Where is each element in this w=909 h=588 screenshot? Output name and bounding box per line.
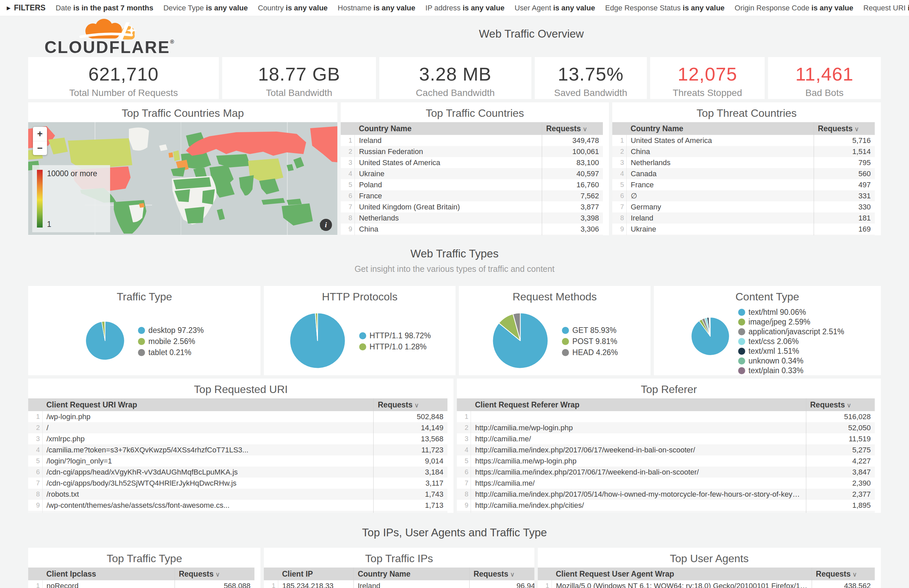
table-cell [471, 411, 806, 422]
filter-chip[interactable]: Edge Response Status is any value [605, 4, 725, 13]
table-row[interactable]: 6/cdn-cgi/apps/head/xVgyKhR-vV3dAUGhMqfB… [28, 467, 447, 478]
table-row[interactable]: 1United States of America5,716 [612, 135, 875, 146]
world-map[interactable]: + − 10000 or more 1 i [28, 122, 337, 235]
row-number: 9 [341, 223, 355, 234]
table-cell: Netherlands [355, 212, 542, 223]
table-row[interactable]: 10Singapore152 [612, 234, 875, 235]
table-row[interactable]: 8Netherlands3,398 [341, 212, 603, 223]
table-cell: France [626, 179, 814, 190]
table-row[interactable]: 8/robots.txt1,743 [28, 489, 447, 500]
filter-chip[interactable]: Origin Response Code is any value [735, 4, 853, 13]
table-cell: http://camilia.me/wp-login.php [471, 422, 806, 433]
table-row[interactable]: 1516,028 [457, 411, 875, 422]
filter-chip[interactable]: Hostname is any value [338, 4, 415, 13]
table-row[interactable]: 7United Kingdom (Great Britain)3,877 [341, 201, 603, 212]
table-row[interactable]: 10Canada3,215 [341, 234, 603, 235]
table-row[interactable]: 2/14,149 [28, 422, 447, 433]
table-row[interactable]: 10/wp-content/themes/ashe/style.css?ver=… [28, 511, 447, 513]
table-cell: 3,877 [542, 201, 603, 212]
table-row[interactable]: 3Netherlands795 [612, 157, 875, 168]
cloudflare-cloud-icon [71, 19, 149, 40]
table-row[interactable]: 3http://camilia.me/11,519 [457, 433, 875, 444]
table-row[interactable]: 9http://camilia.me/index.php/cities/1,89… [457, 500, 875, 511]
map-legend: 10000 or more 1 [32, 165, 110, 232]
table-row[interactable]: 5https://camilia.me/wp-login.php4,227 [457, 456, 875, 467]
panel-http-protocols: HTTP Protocols HTTP/1.1 98.72% HTTP/1.0 … [264, 286, 455, 375]
row-number: 1 [612, 135, 626, 146]
legend-label: HEAD 4.26% [572, 348, 618, 357]
row-number: 9 [28, 500, 42, 511]
table-row[interactable]: 9Ukraine169 [612, 223, 875, 234]
table-row[interactable]: 1noRecord568,088 [28, 580, 254, 588]
table-row[interactable]: 9/wp-content/themes/ashe/assets/css/font… [28, 500, 447, 511]
column-header[interactable]: Requests [174, 567, 254, 580]
filter-chip[interactable]: Date is in the past 7 months [56, 4, 153, 13]
table-row[interactable]: 4http://camilia.me/index.php/2017/06/17/… [457, 444, 875, 456]
table-row[interactable]: 4Ukraine40,597 [341, 168, 603, 179]
table-row[interactable]: 6https://camilia.me/index.php/2017/06/17… [457, 467, 875, 478]
table-row[interactable]: 8Ireland181 [612, 212, 875, 223]
legend-dot [562, 338, 569, 345]
table-row[interactable]: 3United States of America83,100 [341, 157, 603, 168]
column-header[interactable]: Requests [469, 567, 534, 580]
table-cell: China [355, 223, 542, 234]
table-row[interactable]: 1Mozilla/5.0 (Windows NT 6.1; WOW64; rv:… [538, 580, 875, 588]
column-header[interactable]: Requests [542, 122, 603, 135]
table-row[interactable]: 2Russian Federation100,061 [341, 146, 603, 157]
filter-chip[interactable]: User Agent is any value [515, 4, 595, 13]
table-row[interactable]: 7/cdn-cgi/apps/body/3Lh52SjWTQ4HRlErJykH… [28, 478, 447, 489]
legend-item: tablet 0.21% [138, 348, 204, 357]
panel-request-methods: Request Methods GET 85.93% POST 9.81% HE… [459, 286, 651, 375]
table-row[interactable]: 5/login/?login_only=19,014 [28, 456, 447, 467]
table-row[interactable]: 2http://camilia.me/wp-login.php52,050 [457, 422, 875, 433]
legend-dot [738, 367, 745, 374]
row-number: 10 [457, 511, 471, 513]
stat-value: 12,075 [650, 63, 765, 85]
row-number: 3 [612, 157, 626, 168]
table-row[interactable]: 5Poland16,760 [341, 179, 603, 190]
column-header[interactable]: Requests [374, 398, 447, 411]
row-number: 8 [457, 489, 471, 500]
table-cell: 1,895 [806, 500, 875, 511]
table-row[interactable]: 6∅331 [612, 190, 875, 201]
pie-slice[interactable] [105, 321, 105, 341]
table-row[interactable]: 4Canada560 [612, 168, 875, 179]
row-number: 1 [538, 580, 552, 588]
zoom-in-button[interactable]: + [33, 127, 47, 141]
table-row[interactable]: 1185.234.218.33Ireland96,945 [264, 580, 534, 588]
column-header: Client Request User Agent Wrap [552, 567, 812, 580]
filter-chip[interactable]: Country is any value [258, 4, 328, 13]
table-cell: /cdn-cgi/apps/body/3Lh52SjWTQ4HRlErJykHq… [42, 478, 374, 489]
table-cell: 560 [814, 168, 875, 179]
column-header[interactable]: Requests [812, 567, 875, 580]
zoom-out-button[interactable]: − [33, 141, 47, 155]
table-row[interactable]: 7https://camilia.me/2,390 [457, 478, 875, 489]
threat-countries-table: Country NameRequests1United States of Am… [612, 122, 881, 235]
filter-chip[interactable]: Request URI is any value [863, 4, 909, 13]
table-row[interactable]: 4/camilia.me?token=s3+7k6XQvKwzp5/4XSs4r… [28, 444, 447, 456]
legend-max-label: 10000 or more [47, 169, 97, 178]
table-cell: https://camilia.me/wp-login.php [471, 456, 806, 467]
table-row[interactable]: 1Ireland349,478 [341, 135, 603, 146]
table-row[interactable]: 10http://camilia.me/index.php/about/1,47… [457, 511, 875, 513]
filter-chip[interactable]: IP address is any value [425, 4, 505, 13]
table-row[interactable]: 1/wp-login.php502,848 [28, 411, 447, 422]
table-row[interactable]: 2China1,514 [612, 146, 875, 157]
table-cell: 52,050 [806, 422, 875, 433]
table-row[interactable]: 3/xmlrpc.php13,568 [28, 433, 447, 444]
filter-chip[interactable]: Device Type is any value [163, 4, 248, 13]
filters-toggle[interactable]: ▶ FILTERS [7, 3, 46, 13]
traffic-ips-table: Client IPCountry NameRequests1185.234.21… [264, 567, 534, 588]
column-header[interactable]: Requests [806, 398, 875, 411]
table-row[interactable]: 7Germany330 [612, 201, 875, 212]
table-row[interactable]: 5France497 [612, 179, 875, 190]
row-number: 4 [457, 444, 471, 456]
legend-item: unknown 0.34% [738, 356, 844, 365]
legend-item: GET 85.93% [562, 326, 618, 335]
row-number: 7 [28, 478, 42, 489]
column-header[interactable]: Requests [814, 122, 875, 135]
map-info-button[interactable]: i [320, 219, 332, 231]
table-row[interactable]: 9China3,306 [341, 223, 603, 234]
table-row[interactable]: 6France7,562 [341, 190, 603, 201]
table-row[interactable]: 8http://camilia.me/index.php/2017/05/14/… [457, 489, 875, 500]
